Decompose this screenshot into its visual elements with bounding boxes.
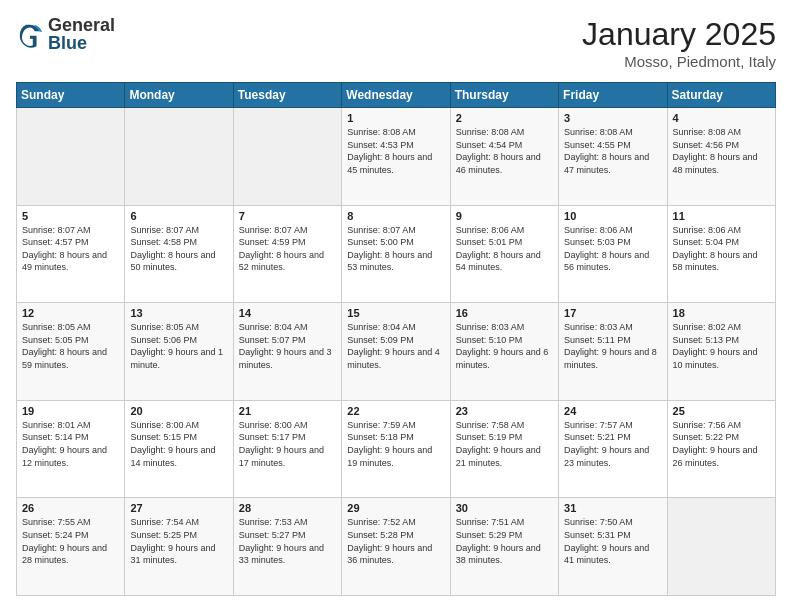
calendar-cell: 29Sunrise: 7:52 AMSunset: 5:28 PMDayligh… (342, 498, 450, 596)
day-number: 12 (22, 307, 119, 319)
calendar-cell: 25Sunrise: 7:56 AMSunset: 5:22 PMDayligh… (667, 400, 775, 498)
day-info: Sunrise: 8:00 AMSunset: 5:17 PMDaylight:… (239, 419, 336, 469)
calendar-cell: 4Sunrise: 8:08 AMSunset: 4:56 PMDaylight… (667, 108, 775, 206)
day-info: Sunrise: 8:08 AMSunset: 4:54 PMDaylight:… (456, 126, 553, 176)
day-number: 23 (456, 405, 553, 417)
calendar-cell: 27Sunrise: 7:54 AMSunset: 5:25 PMDayligh… (125, 498, 233, 596)
day-info: Sunrise: 7:58 AMSunset: 5:19 PMDaylight:… (456, 419, 553, 469)
calendar-cell: 18Sunrise: 8:02 AMSunset: 5:13 PMDayligh… (667, 303, 775, 401)
calendar-cell: 19Sunrise: 8:01 AMSunset: 5:14 PMDayligh… (17, 400, 125, 498)
calendar-cell: 14Sunrise: 8:04 AMSunset: 5:07 PMDayligh… (233, 303, 341, 401)
day-number: 26 (22, 502, 119, 514)
day-number: 5 (22, 210, 119, 222)
calendar-cell: 16Sunrise: 8:03 AMSunset: 5:10 PMDayligh… (450, 303, 558, 401)
calendar-cell: 13Sunrise: 8:05 AMSunset: 5:06 PMDayligh… (125, 303, 233, 401)
weekday-header: Thursday (450, 83, 558, 108)
day-number: 4 (673, 112, 770, 124)
calendar-cell: 12Sunrise: 8:05 AMSunset: 5:05 PMDayligh… (17, 303, 125, 401)
logo-general: General (48, 16, 115, 34)
calendar-cell: 24Sunrise: 7:57 AMSunset: 5:21 PMDayligh… (559, 400, 667, 498)
weekday-header: Wednesday (342, 83, 450, 108)
calendar-cell: 6Sunrise: 8:07 AMSunset: 4:58 PMDaylight… (125, 205, 233, 303)
day-info: Sunrise: 8:05 AMSunset: 5:05 PMDaylight:… (22, 321, 119, 371)
calendar-cell: 10Sunrise: 8:06 AMSunset: 5:03 PMDayligh… (559, 205, 667, 303)
calendar-cell: 8Sunrise: 8:07 AMSunset: 5:00 PMDaylight… (342, 205, 450, 303)
day-info: Sunrise: 8:07 AMSunset: 4:57 PMDaylight:… (22, 224, 119, 274)
calendar-cell: 26Sunrise: 7:55 AMSunset: 5:24 PMDayligh… (17, 498, 125, 596)
calendar: SundayMondayTuesdayWednesdayThursdayFrid… (16, 82, 776, 596)
day-info: Sunrise: 7:51 AMSunset: 5:29 PMDaylight:… (456, 516, 553, 566)
calendar-cell: 28Sunrise: 7:53 AMSunset: 5:27 PMDayligh… (233, 498, 341, 596)
month-title: January 2025 (582, 16, 776, 53)
calendar-week-row: 19Sunrise: 8:01 AMSunset: 5:14 PMDayligh… (17, 400, 776, 498)
day-number: 28 (239, 502, 336, 514)
day-number: 30 (456, 502, 553, 514)
location: Mosso, Piedmont, Italy (582, 53, 776, 70)
day-number: 1 (347, 112, 444, 124)
day-info: Sunrise: 8:01 AMSunset: 5:14 PMDaylight:… (22, 419, 119, 469)
day-info: Sunrise: 8:07 AMSunset: 4:58 PMDaylight:… (130, 224, 227, 274)
logo-blue: Blue (48, 34, 115, 52)
calendar-cell: 9Sunrise: 8:06 AMSunset: 5:01 PMDaylight… (450, 205, 558, 303)
page: General Blue January 2025 Mosso, Piedmon… (0, 0, 792, 612)
calendar-cell: 11Sunrise: 8:06 AMSunset: 5:04 PMDayligh… (667, 205, 775, 303)
day-info: Sunrise: 7:54 AMSunset: 5:25 PMDaylight:… (130, 516, 227, 566)
calendar-cell: 31Sunrise: 7:50 AMSunset: 5:31 PMDayligh… (559, 498, 667, 596)
logo-text: General Blue (48, 16, 115, 52)
day-info: Sunrise: 8:00 AMSunset: 5:15 PMDaylight:… (130, 419, 227, 469)
calendar-cell (233, 108, 341, 206)
calendar-cell: 1Sunrise: 8:08 AMSunset: 4:53 PMDaylight… (342, 108, 450, 206)
calendar-cell: 15Sunrise: 8:04 AMSunset: 5:09 PMDayligh… (342, 303, 450, 401)
day-info: Sunrise: 8:07 AMSunset: 4:59 PMDaylight:… (239, 224, 336, 274)
day-info: Sunrise: 8:05 AMSunset: 5:06 PMDaylight:… (130, 321, 227, 371)
weekday-header: Monday (125, 83, 233, 108)
day-number: 22 (347, 405, 444, 417)
day-info: Sunrise: 7:56 AMSunset: 5:22 PMDaylight:… (673, 419, 770, 469)
day-info: Sunrise: 7:57 AMSunset: 5:21 PMDaylight:… (564, 419, 661, 469)
day-info: Sunrise: 8:02 AMSunset: 5:13 PMDaylight:… (673, 321, 770, 371)
day-info: Sunrise: 7:52 AMSunset: 5:28 PMDaylight:… (347, 516, 444, 566)
day-number: 3 (564, 112, 661, 124)
day-info: Sunrise: 7:55 AMSunset: 5:24 PMDaylight:… (22, 516, 119, 566)
day-info: Sunrise: 8:03 AMSunset: 5:10 PMDaylight:… (456, 321, 553, 371)
calendar-cell: 5Sunrise: 8:07 AMSunset: 4:57 PMDaylight… (17, 205, 125, 303)
day-info: Sunrise: 8:06 AMSunset: 5:01 PMDaylight:… (456, 224, 553, 274)
day-number: 6 (130, 210, 227, 222)
day-info: Sunrise: 7:50 AMSunset: 5:31 PMDaylight:… (564, 516, 661, 566)
day-info: Sunrise: 8:08 AMSunset: 4:55 PMDaylight:… (564, 126, 661, 176)
calendar-cell (667, 498, 775, 596)
day-info: Sunrise: 8:08 AMSunset: 4:56 PMDaylight:… (673, 126, 770, 176)
weekday-header-row: SundayMondayTuesdayWednesdayThursdayFrid… (17, 83, 776, 108)
day-info: Sunrise: 8:08 AMSunset: 4:53 PMDaylight:… (347, 126, 444, 176)
calendar-cell: 22Sunrise: 7:59 AMSunset: 5:18 PMDayligh… (342, 400, 450, 498)
weekday-header: Friday (559, 83, 667, 108)
day-number: 20 (130, 405, 227, 417)
day-info: Sunrise: 8:04 AMSunset: 5:07 PMDaylight:… (239, 321, 336, 371)
logo-icon (16, 20, 44, 48)
day-number: 31 (564, 502, 661, 514)
day-number: 14 (239, 307, 336, 319)
day-number: 2 (456, 112, 553, 124)
day-number: 29 (347, 502, 444, 514)
calendar-cell: 30Sunrise: 7:51 AMSunset: 5:29 PMDayligh… (450, 498, 558, 596)
calendar-cell: 17Sunrise: 8:03 AMSunset: 5:11 PMDayligh… (559, 303, 667, 401)
weekday-header: Sunday (17, 83, 125, 108)
calendar-week-row: 1Sunrise: 8:08 AMSunset: 4:53 PMDaylight… (17, 108, 776, 206)
day-number: 18 (673, 307, 770, 319)
calendar-cell: 20Sunrise: 8:00 AMSunset: 5:15 PMDayligh… (125, 400, 233, 498)
day-number: 21 (239, 405, 336, 417)
title-block: January 2025 Mosso, Piedmont, Italy (582, 16, 776, 70)
calendar-cell (125, 108, 233, 206)
calendar-cell: 3Sunrise: 8:08 AMSunset: 4:55 PMDaylight… (559, 108, 667, 206)
logo: General Blue (16, 16, 115, 52)
day-info: Sunrise: 8:03 AMSunset: 5:11 PMDaylight:… (564, 321, 661, 371)
day-info: Sunrise: 7:53 AMSunset: 5:27 PMDaylight:… (239, 516, 336, 566)
calendar-cell: 7Sunrise: 8:07 AMSunset: 4:59 PMDaylight… (233, 205, 341, 303)
day-number: 27 (130, 502, 227, 514)
calendar-cell: 23Sunrise: 7:58 AMSunset: 5:19 PMDayligh… (450, 400, 558, 498)
day-number: 9 (456, 210, 553, 222)
day-number: 25 (673, 405, 770, 417)
day-number: 17 (564, 307, 661, 319)
day-number: 19 (22, 405, 119, 417)
day-number: 8 (347, 210, 444, 222)
